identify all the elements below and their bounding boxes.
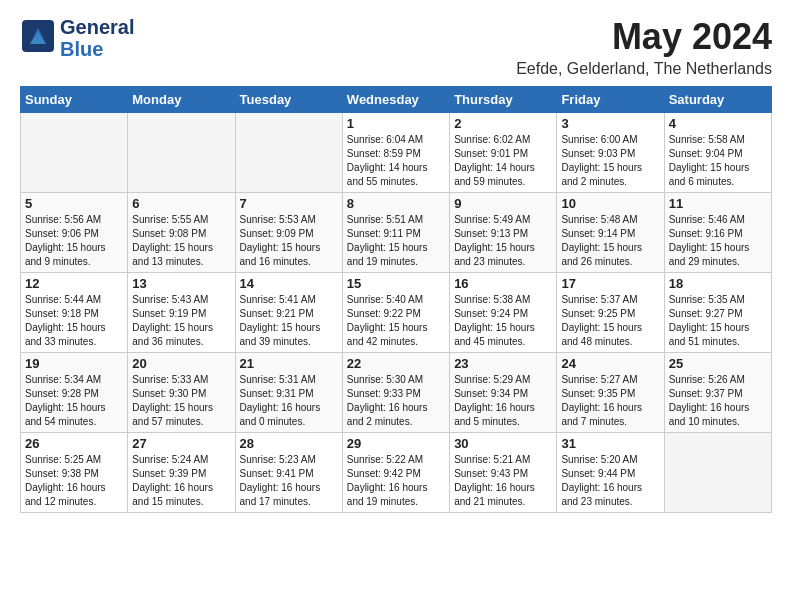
day-number: 18 [669, 276, 767, 291]
calendar-header-saturday: Saturday [664, 87, 771, 113]
calendar-cell: 15Sunrise: 5:40 AM Sunset: 9:22 PM Dayli… [342, 273, 449, 353]
calendar-week-4: 19Sunrise: 5:34 AM Sunset: 9:28 PM Dayli… [21, 353, 772, 433]
day-number: 9 [454, 196, 552, 211]
day-info: Sunrise: 5:24 AM Sunset: 9:39 PM Dayligh… [132, 453, 230, 509]
day-info: Sunrise: 5:33 AM Sunset: 9:30 PM Dayligh… [132, 373, 230, 429]
header: General Blue May 2024 Eefde, Gelderland,… [20, 16, 772, 78]
location-subtitle: Eefde, Gelderland, The Netherlands [516, 60, 772, 78]
calendar-cell: 28Sunrise: 5:23 AM Sunset: 9:41 PM Dayli… [235, 433, 342, 513]
day-info: Sunrise: 5:43 AM Sunset: 9:19 PM Dayligh… [132, 293, 230, 349]
day-info: Sunrise: 5:21 AM Sunset: 9:43 PM Dayligh… [454, 453, 552, 509]
day-number: 4 [669, 116, 767, 131]
day-info: Sunrise: 5:44 AM Sunset: 9:18 PM Dayligh… [25, 293, 123, 349]
day-number: 13 [132, 276, 230, 291]
title-section: May 2024 Eefde, Gelderland, The Netherla… [516, 16, 772, 78]
calendar-cell: 26Sunrise: 5:25 AM Sunset: 9:38 PM Dayli… [21, 433, 128, 513]
calendar-cell: 25Sunrise: 5:26 AM Sunset: 9:37 PM Dayli… [664, 353, 771, 433]
day-number: 30 [454, 436, 552, 451]
day-number: 7 [240, 196, 338, 211]
day-info: Sunrise: 5:35 AM Sunset: 9:27 PM Dayligh… [669, 293, 767, 349]
calendar-cell [664, 433, 771, 513]
calendar-cell: 31Sunrise: 5:20 AM Sunset: 9:44 PM Dayli… [557, 433, 664, 513]
day-number: 16 [454, 276, 552, 291]
calendar-cell: 3Sunrise: 6:00 AM Sunset: 9:03 PM Daylig… [557, 113, 664, 193]
day-number: 29 [347, 436, 445, 451]
day-number: 2 [454, 116, 552, 131]
calendar-cell: 19Sunrise: 5:34 AM Sunset: 9:28 PM Dayli… [21, 353, 128, 433]
logo-text-block: General Blue [60, 16, 134, 60]
calendar-cell: 6Sunrise: 5:55 AM Sunset: 9:08 PM Daylig… [128, 193, 235, 273]
day-number: 20 [132, 356, 230, 371]
calendar-cell: 9Sunrise: 5:49 AM Sunset: 9:13 PM Daylig… [450, 193, 557, 273]
day-info: Sunrise: 5:49 AM Sunset: 9:13 PM Dayligh… [454, 213, 552, 269]
calendar-header-monday: Monday [128, 87, 235, 113]
day-info: Sunrise: 5:20 AM Sunset: 9:44 PM Dayligh… [561, 453, 659, 509]
calendar-cell: 29Sunrise: 5:22 AM Sunset: 9:42 PM Dayli… [342, 433, 449, 513]
day-number: 28 [240, 436, 338, 451]
calendar-header-friday: Friday [557, 87, 664, 113]
calendar-cell: 21Sunrise: 5:31 AM Sunset: 9:31 PM Dayli… [235, 353, 342, 433]
day-number: 27 [132, 436, 230, 451]
day-info: Sunrise: 5:40 AM Sunset: 9:22 PM Dayligh… [347, 293, 445, 349]
calendar-cell: 27Sunrise: 5:24 AM Sunset: 9:39 PM Dayli… [128, 433, 235, 513]
day-info: Sunrise: 5:31 AM Sunset: 9:31 PM Dayligh… [240, 373, 338, 429]
logo-icon [20, 18, 56, 58]
calendar-header-row: SundayMondayTuesdayWednesdayThursdayFrid… [21, 87, 772, 113]
day-info: Sunrise: 5:37 AM Sunset: 9:25 PM Dayligh… [561, 293, 659, 349]
calendar-cell: 20Sunrise: 5:33 AM Sunset: 9:30 PM Dayli… [128, 353, 235, 433]
calendar-header-thursday: Thursday [450, 87, 557, 113]
day-number: 14 [240, 276, 338, 291]
logo: General Blue [20, 16, 134, 60]
calendar-cell: 4Sunrise: 5:58 AM Sunset: 9:04 PM Daylig… [664, 113, 771, 193]
day-info: Sunrise: 6:04 AM Sunset: 8:59 PM Dayligh… [347, 133, 445, 189]
calendar-cell: 11Sunrise: 5:46 AM Sunset: 9:16 PM Dayli… [664, 193, 771, 273]
calendar-cell: 22Sunrise: 5:30 AM Sunset: 9:33 PM Dayli… [342, 353, 449, 433]
day-number: 19 [25, 356, 123, 371]
day-info: Sunrise: 5:25 AM Sunset: 9:38 PM Dayligh… [25, 453, 123, 509]
day-info: Sunrise: 5:26 AM Sunset: 9:37 PM Dayligh… [669, 373, 767, 429]
calendar-week-3: 12Sunrise: 5:44 AM Sunset: 9:18 PM Dayli… [21, 273, 772, 353]
calendar-cell: 7Sunrise: 5:53 AM Sunset: 9:09 PM Daylig… [235, 193, 342, 273]
day-number: 5 [25, 196, 123, 211]
calendar-cell: 30Sunrise: 5:21 AM Sunset: 9:43 PM Dayli… [450, 433, 557, 513]
day-info: Sunrise: 5:48 AM Sunset: 9:14 PM Dayligh… [561, 213, 659, 269]
calendar-cell: 8Sunrise: 5:51 AM Sunset: 9:11 PM Daylig… [342, 193, 449, 273]
day-info: Sunrise: 5:53 AM Sunset: 9:09 PM Dayligh… [240, 213, 338, 269]
day-info: Sunrise: 5:51 AM Sunset: 9:11 PM Dayligh… [347, 213, 445, 269]
calendar-week-2: 5Sunrise: 5:56 AM Sunset: 9:06 PM Daylig… [21, 193, 772, 273]
day-info: Sunrise: 5:55 AM Sunset: 9:08 PM Dayligh… [132, 213, 230, 269]
calendar-cell: 2Sunrise: 6:02 AM Sunset: 9:01 PM Daylig… [450, 113, 557, 193]
day-info: Sunrise: 5:23 AM Sunset: 9:41 PM Dayligh… [240, 453, 338, 509]
calendar-header-sunday: Sunday [21, 87, 128, 113]
day-number: 3 [561, 116, 659, 131]
calendar-header-tuesday: Tuesday [235, 87, 342, 113]
day-number: 11 [669, 196, 767, 211]
calendar-cell: 17Sunrise: 5:37 AM Sunset: 9:25 PM Dayli… [557, 273, 664, 353]
calendar-cell: 24Sunrise: 5:27 AM Sunset: 9:35 PM Dayli… [557, 353, 664, 433]
day-number: 10 [561, 196, 659, 211]
page: General Blue May 2024 Eefde, Gelderland,… [0, 0, 792, 529]
day-info: Sunrise: 5:22 AM Sunset: 9:42 PM Dayligh… [347, 453, 445, 509]
calendar-cell: 16Sunrise: 5:38 AM Sunset: 9:24 PM Dayli… [450, 273, 557, 353]
day-info: Sunrise: 5:58 AM Sunset: 9:04 PM Dayligh… [669, 133, 767, 189]
day-number: 8 [347, 196, 445, 211]
day-number: 24 [561, 356, 659, 371]
calendar-cell: 10Sunrise: 5:48 AM Sunset: 9:14 PM Dayli… [557, 193, 664, 273]
calendar-cell [128, 113, 235, 193]
day-number: 21 [240, 356, 338, 371]
day-info: Sunrise: 5:30 AM Sunset: 9:33 PM Dayligh… [347, 373, 445, 429]
day-info: Sunrise: 5:27 AM Sunset: 9:35 PM Dayligh… [561, 373, 659, 429]
calendar-cell: 13Sunrise: 5:43 AM Sunset: 9:19 PM Dayli… [128, 273, 235, 353]
day-info: Sunrise: 6:00 AM Sunset: 9:03 PM Dayligh… [561, 133, 659, 189]
logo-line1: General [60, 16, 134, 38]
day-number: 23 [454, 356, 552, 371]
logo-line2: Blue [60, 38, 103, 60]
calendar-cell: 18Sunrise: 5:35 AM Sunset: 9:27 PM Dayli… [664, 273, 771, 353]
day-number: 26 [25, 436, 123, 451]
calendar-cell [21, 113, 128, 193]
day-info: Sunrise: 5:29 AM Sunset: 9:34 PM Dayligh… [454, 373, 552, 429]
calendar-cell: 1Sunrise: 6:04 AM Sunset: 8:59 PM Daylig… [342, 113, 449, 193]
calendar-cell: 23Sunrise: 5:29 AM Sunset: 9:34 PM Dayli… [450, 353, 557, 433]
day-number: 15 [347, 276, 445, 291]
day-info: Sunrise: 6:02 AM Sunset: 9:01 PM Dayligh… [454, 133, 552, 189]
